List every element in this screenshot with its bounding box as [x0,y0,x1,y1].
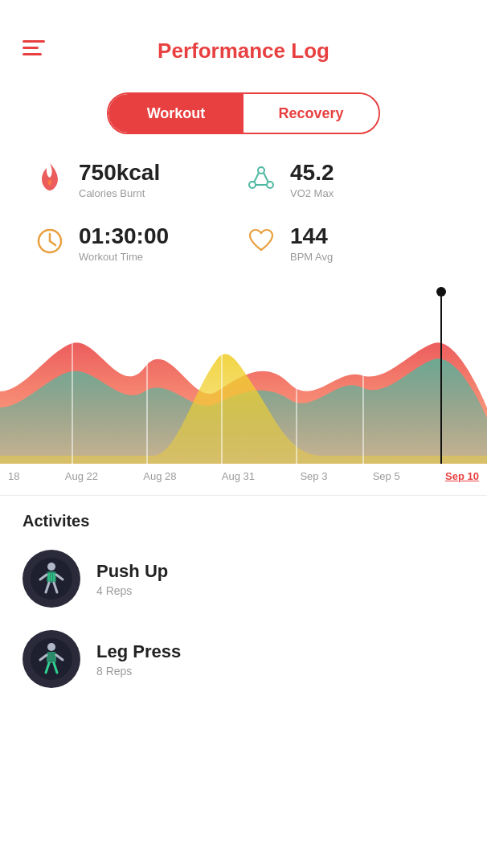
activity-avatar-pushup [23,550,80,608]
activities-title: Activites [23,512,464,530]
svg-point-27 [47,643,55,651]
heart-icon [244,223,279,259]
activity-detail-second: 8 Reps [96,665,181,678]
activity-detail-pushup: 4 Reps [96,584,168,597]
activity-name-second: Leg Press [96,641,181,662]
bpm-label: BPM Avg [290,251,333,263]
tab-recovery[interactable]: Recovery [244,94,379,133]
x-label-aug22: Aug 22 [65,470,98,482]
menu-button[interactable] [23,40,45,55]
activity-item-pushup[interactable]: Push Up 4 Reps [23,550,464,608]
x-label-aug28: Aug 28 [143,470,176,482]
x-label-sep5: Sep 5 [373,470,400,482]
calories-label: Calories Burnt [79,187,160,199]
x-label-sep3: Sep 3 [300,470,327,482]
molecule-icon [244,160,279,195]
svg-line-8 [50,241,55,245]
activity-name-pushup: Push Up [96,561,168,582]
stat-bpm: 144 BPM Avg [244,223,455,263]
x-label-aug31: Aug 31 [222,470,255,482]
calories-value: 750kcal [79,160,160,186]
stat-calories: 750kcal Calories Burnt [32,160,244,199]
svg-rect-28 [47,652,56,663]
svg-point-15 [436,287,446,297]
activities-section: Activites Push [0,512,487,688]
activity-avatar-second [23,630,80,688]
activity-item-second[interactable]: Leg Press 8 Reps [23,630,464,688]
x-label-18: 18 [8,470,19,482]
flame-icon [32,160,68,195]
svg-point-17 [47,563,55,571]
page-title: Performance Log [158,39,329,63]
time-label: Workout Time [79,251,169,263]
clock-icon [32,223,68,259]
stat-vo2: 45.2 VO2 Max [244,160,455,199]
tab-workout[interactable]: Workout [108,94,244,133]
performance-chart[interactable] [0,287,487,464]
time-value: 01:30:00 [79,223,169,249]
divider [0,495,487,496]
stat-time: 01:30:00 Workout Time [32,223,244,263]
stats-grid: 750kcal Calories Burnt 45.2 VO2 Max [0,160,487,287]
toggle-container: Workout Recovery [107,92,380,134]
vo2-value: 45.2 [290,160,334,186]
bpm-value: 144 [290,223,333,249]
tab-toggle: Workout Recovery [0,92,487,134]
svg-point-0 [258,167,264,174]
x-label-sep10[interactable]: Sep 10 [445,470,479,482]
x-axis-labels: 18 Aug 22 Aug 28 Aug 31 Sep 3 Sep 5 Sep … [0,464,487,482]
header: Performance Log [0,0,487,80]
vo2-label: VO2 Max [290,187,334,199]
svg-line-3 [254,173,259,182]
svg-line-4 [264,173,268,182]
